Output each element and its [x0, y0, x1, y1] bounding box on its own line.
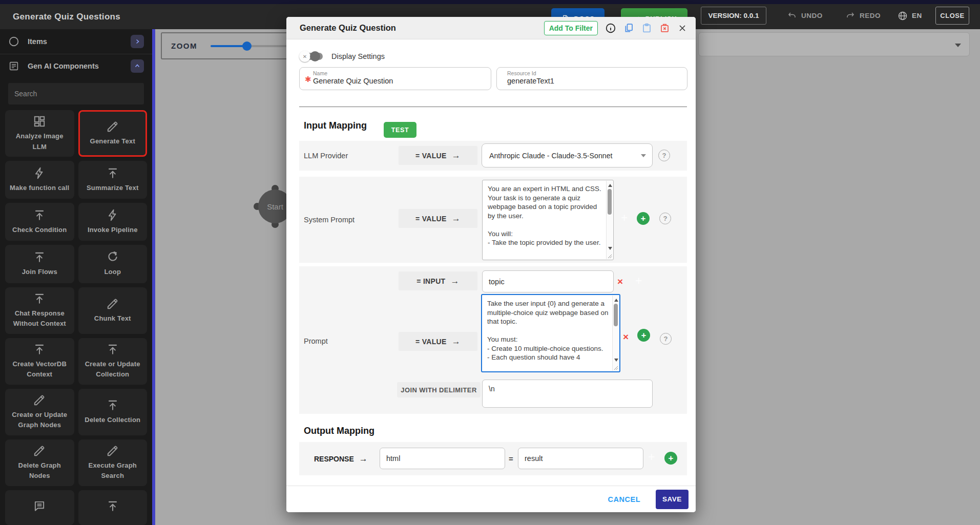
sidebar-item-items[interactable]: Items	[0, 29, 152, 54]
remove-input-button[interactable]: ×	[617, 277, 623, 286]
prompt-value-textarea[interactable]: Take the user input {0} and generate a m…	[481, 294, 620, 372]
component-tile[interactable]: Create or Update Graph Nodes	[5, 389, 74, 435]
component-tile-label: Execute Graph Search	[83, 460, 143, 481]
add-input-faint-button[interactable]: +	[635, 275, 642, 287]
add-output-faint-button[interactable]: +	[648, 451, 655, 463]
component-tile[interactable]: Analyze Image LLM	[5, 110, 74, 157]
component-tile[interactable]: Join Flows	[5, 245, 74, 283]
response-key-input[interactable]: html	[380, 448, 505, 469]
upload-icon	[106, 499, 119, 513]
add-row-faint-button[interactable]: +	[621, 212, 628, 224]
component-tile[interactable]: Delete Collection	[78, 389, 148, 435]
component-tile-label: Delete Collection	[85, 415, 140, 425]
help-icon[interactable]: ?	[658, 150, 670, 161]
scroll-up-icon[interactable]	[614, 299, 618, 302]
delete-icon[interactable]	[659, 23, 670, 33]
sidebar: Items Gen AI Components	[0, 29, 155, 525]
bolt-icon	[33, 166, 46, 180]
component-tile[interactable]	[5, 490, 74, 525]
value-mode-chip[interactable]: = VALUE→	[399, 332, 477, 351]
collapse-components-button[interactable]	[131, 59, 144, 73]
name-field[interactable]: ✱ Name Generate Quiz Question	[299, 67, 491, 90]
bolt-icon	[106, 208, 119, 222]
prompt-input-field[interactable]: topic	[482, 270, 614, 292]
close-icon[interactable]	[677, 23, 687, 33]
join-delimiter-input[interactable]: \n	[482, 380, 653, 408]
sidebar-items-label: Items	[28, 37, 131, 46]
component-search[interactable]	[8, 83, 144, 104]
component-tile[interactable]: Generate Text	[78, 110, 148, 157]
expand-items-button[interactable]	[131, 35, 144, 48]
system-prompt-row: System Prompt = VALUE→ You are an expert…	[299, 177, 687, 263]
component-tile[interactable]: Invoke Pipeline	[78, 203, 148, 241]
undo-button[interactable]: UNDO	[787, 7, 823, 25]
add-output-button[interactable]: +	[664, 452, 677, 465]
component-tile[interactable]	[78, 490, 148, 525]
dialog-header: Generate Quiz Question Add To Filter	[286, 17, 696, 39]
component-tile-label: Loop	[104, 267, 121, 277]
test-button[interactable]: TEST	[384, 122, 416, 138]
scrollbar-thumb[interactable]	[608, 189, 612, 215]
required-asterisk: ✱	[305, 75, 311, 84]
search-input[interactable]	[14, 90, 138, 98]
remove-value-button[interactable]: ×	[623, 332, 629, 342]
copy-icon[interactable]	[623, 23, 634, 33]
component-tile[interactable]: Make function call	[5, 161, 74, 199]
help-icon[interactable]: ?	[660, 333, 672, 345]
pencil-icon	[33, 393, 46, 407]
llm-provider-select[interactable]: Anthropic Claude - Claude-3.5-Sonnet	[482, 143, 653, 167]
scroll-up-icon[interactable]	[608, 184, 612, 187]
component-tile[interactable]: Delete Graph Nodes	[5, 439, 74, 486]
arrow-right-icon: →	[452, 337, 461, 347]
scroll-down-icon[interactable]	[614, 359, 618, 362]
component-tile-label: Create or Update Graph Nodes	[10, 410, 70, 430]
component-tile-label: Make function call	[10, 183, 69, 193]
scrollbar[interactable]	[612, 296, 619, 371]
resize-handle-icon[interactable]	[614, 366, 618, 370]
save-button[interactable]: SAVE	[656, 490, 689, 509]
scrollbar-thumb[interactable]	[614, 304, 618, 326]
undo-icon	[787, 11, 797, 20]
component-tile[interactable]: Create VectorDB Context	[5, 338, 74, 385]
resize-handle-icon[interactable]	[608, 254, 612, 259]
component-tile[interactable]: Loop	[78, 245, 148, 283]
response-row: RESPONSE→ html = result + +	[299, 442, 687, 475]
zoom-slider-thumb[interactable]	[242, 41, 252, 51]
scroll-down-icon[interactable]	[608, 247, 612, 250]
add-value-button[interactable]: +	[637, 212, 650, 225]
join-with-delimiter-chip: JOIN WITH DELIMITER	[397, 382, 481, 397]
component-tile[interactable]: Execute Graph Search	[78, 439, 148, 486]
sidebar-item-genai-components[interactable]: Gen AI Components	[0, 54, 152, 78]
component-tile[interactable]: Chunk Text	[78, 287, 148, 334]
cancel-button[interactable]: CANCEL	[608, 495, 640, 503]
display-settings-toggle[interactable]: ✕	[299, 51, 323, 62]
component-tile[interactable]: Chat Response Without Context	[5, 287, 74, 334]
loop-icon	[106, 250, 119, 264]
dialog-title: Generate Quiz Question	[300, 23, 537, 33]
redo-button[interactable]: REDO	[845, 7, 881, 25]
resource-id-field[interactable]: Resource Id generateText1	[496, 67, 687, 90]
component-tile[interactable]: Summarize Text	[78, 161, 148, 199]
canvas-dropdown[interactable]	[698, 32, 970, 56]
language-selector[interactable]: EN	[898, 7, 922, 25]
resource-id-value: generateText1	[507, 77, 681, 85]
sidebar-components-label: Gen AI Components	[28, 62, 131, 70]
add-value-button[interactable]: +	[637, 329, 650, 342]
value-mode-chip[interactable]: = VALUE→	[399, 209, 477, 228]
dialog-body: ✕ Display Settings ✱ Name Generate Quiz …	[286, 39, 696, 486]
component-grid: Analyze Image LLM	[5, 110, 147, 525]
system-prompt-textarea[interactable]: You are an expert in HTML and CSS. Your …	[482, 180, 614, 260]
add-to-filter-button[interactable]: Add To Filter	[544, 21, 598, 35]
info-icon[interactable]	[605, 23, 616, 34]
name-field-value: Generate Quiz Question	[313, 77, 485, 85]
component-tile[interactable]: Check Condition	[5, 203, 74, 241]
help-icon[interactable]: ?	[659, 213, 671, 224]
generate-quiz-question-dialog: Generate Quiz Question Add To Filter	[286, 17, 696, 512]
paste-icon[interactable]	[641, 23, 652, 33]
input-mode-chip[interactable]: = INPUT→	[399, 271, 477, 290]
value-mode-chip[interactable]: = VALUE→	[399, 146, 477, 165]
response-value-input[interactable]: result	[518, 448, 643, 469]
close-button[interactable]: CLOSE	[935, 7, 969, 25]
component-tile[interactable]: Create or Update Collection	[78, 338, 148, 385]
scrollbar[interactable]	[606, 181, 613, 259]
